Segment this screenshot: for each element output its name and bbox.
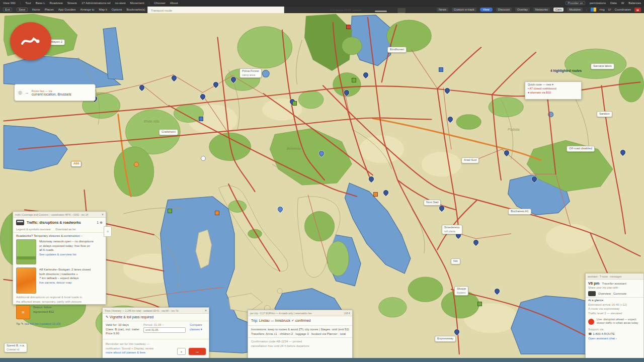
- menu-item[interactable]: 17 Administrations-rel: [82, 2, 111, 5]
- menu-item[interactable]: Provider on: [566, 1, 585, 5]
- menu-item[interactable]: Balances: [628, 2, 641, 5]
- overview-icon[interactable]: [588, 291, 596, 296]
- menu-item[interactable]: Discount: [496, 8, 512, 12]
- menu-item[interactable]: Overlay: [515, 8, 530, 12]
- menu-item[interactable]: News: [437, 8, 448, 12]
- legend-link[interactable]: Legend & symbols overview: [16, 228, 50, 231]
- map-label-subtext: toll plaza: [444, 230, 460, 233]
- map-marker-sqo[interactable]: [215, 211, 219, 215]
- menu-item[interactable]: Coordinates: [615, 8, 631, 11]
- close-icon[interactable]: ×: [205, 309, 207, 312]
- menu-group-left: ExitSaveHomePlacesApp GoodiesArrange toM…: [3, 8, 145, 12]
- legend-collapse-tab[interactable]: ≡: [104, 226, 112, 237]
- reminder-text: Reminder set for this roadway —notificat…: [106, 342, 174, 355]
- menu-item[interactable]: U!: [608, 8, 611, 11]
- alternate-route-link[interactable]: ● alternate via B10: [528, 91, 579, 95]
- menu-item[interactable]: Chooser: [154, 2, 166, 5]
- menu-item[interactable]: W: [621, 2, 624, 5]
- quick-route-select[interactable]: Quick route — new ▾: [528, 83, 579, 87]
- map-marker-sqb[interactable]: [199, 117, 203, 121]
- full-list-link[interactable]: see full list (updated 10:23): [24, 322, 60, 325]
- panel-title-text: mob | Coverage and Customs – coordinates…: [15, 213, 88, 216]
- menu-item[interactable]: Tour: [25, 2, 31, 5]
- map-marker-sqg[interactable]: [352, 78, 356, 82]
- route-search-box[interactable]: ◎ → Route fast — via current location, B…: [14, 84, 96, 101]
- menu-item[interactable]: View: [480, 8, 493, 12]
- alert-text: Live: disruption ahead — expect slower t…: [597, 318, 641, 325]
- drag-handle[interactable]: [375, 11, 387, 12]
- text-line: Traffic level 3 — elevated: [588, 311, 641, 316]
- map-marker-sqg[interactable]: [477, 302, 482, 306]
- map-label: Smederevotoll plaza: [442, 225, 462, 234]
- map-marker-sqg[interactable]: [168, 209, 172, 213]
- menu-item[interactable]: permissions: [590, 2, 606, 5]
- add-icon[interactable]: ⊕: [100, 221, 103, 224]
- confirm-route-button[interactable]: →: [189, 348, 206, 355]
- menu-item[interactable]: Cars: [553, 8, 564, 12]
- classes-select[interactable]: classes ▾: [190, 327, 202, 332]
- legend-entry: Motorway network open – no disruptionsor…: [13, 238, 106, 266]
- menu-item[interactable]: About: [170, 2, 178, 5]
- legend-links: Legend & symbols overviewDownload as lis…: [13, 227, 106, 233]
- map-marker-sqr[interactable]: [346, 25, 351, 29]
- text-line: Additional disruptions on regional & loc…: [16, 295, 103, 300]
- toll-header: ✎ Vignette & toll pass required: [103, 314, 209, 321]
- toll-info-link[interactable]: more about toll passes & fees: [106, 350, 174, 355]
- menu-item[interactable]: Map it: [99, 8, 107, 11]
- map-label: Saratov: [597, 111, 612, 117]
- mini-tool-chip[interactable]: [397, 8, 406, 13]
- map-label-text: Bucharest A1: [511, 210, 529, 214]
- valid-until-input[interactable]: until 31.05.: [143, 327, 186, 333]
- menu-item[interactable]: Base L: [36, 2, 45, 5]
- map-marker-sqb[interactable]: [439, 67, 443, 72]
- text-line: notification: Sound + Display, renew: [106, 346, 174, 351]
- legend-entry-detour: ≡Detour: followsignposted B12: [13, 304, 106, 321]
- commute-label[interactable]: Commute: [613, 292, 626, 295]
- menu-item[interactable]: Roadview: [50, 2, 63, 5]
- issues-status-text: 1 ⟲ issues 29.03, passes: [330, 9, 361, 12]
- map-label-text: 4 highlighted routes: [550, 69, 582, 73]
- map-label: Bohemia: [285, 146, 303, 151]
- menu-item[interactable]: App Goodies: [58, 8, 76, 11]
- assistant-chat-link[interactable]: Open assistant chat ›: [588, 336, 641, 341]
- text-line: cancellation free until 24 h before depa…: [251, 344, 349, 348]
- menu-item[interactable]: ring: [600, 8, 605, 11]
- menu-item[interactable]: Movement: [130, 2, 144, 5]
- support-phone[interactable]: ☎ 1-800-4-ROUTE: [588, 332, 641, 336]
- map-marker-sqo[interactable]: [373, 192, 378, 197]
- map-marker-doto[interactable]: [134, 162, 139, 167]
- menu-item[interactable]: Data: [610, 2, 617, 5]
- map-marker-dotw[interactable]: [201, 156, 206, 161]
- menu-item[interactable]: Home: [32, 8, 40, 11]
- menu-item[interactable]: Custom e-track: [452, 8, 476, 12]
- legend-entry-link[interactable]: See updates & overview list: [39, 252, 94, 257]
- menu-item[interactable]: Places: [45, 8, 54, 11]
- menu-item[interactable]: Streets: [67, 2, 77, 5]
- menu-group-left: View 360|TourBase LRoadviewStreets17 Adm…: [3, 2, 178, 5]
- menu-item[interactable]: ⊞: [634, 8, 641, 12]
- menu-item-logo-icon[interactable]: [591, 8, 596, 12]
- menu-item[interactable]: Arrange to: [80, 8, 94, 11]
- panel-titlebar: mob | Coverage and Customs – coordinates…: [13, 212, 106, 218]
- menu-item[interactable]: no-west: [115, 2, 126, 5]
- menu-item[interactable]: Bookmarks(s): [127, 8, 145, 11]
- close-icon[interactable]: ×: [102, 213, 104, 216]
- menu-item[interactable]: Exit: [3, 8, 12, 12]
- record-route-fab[interactable]: [10, 22, 51, 60]
- legend-entry: ≡Detour: followsignposted B12: [13, 304, 106, 321]
- options-minibox[interactable]: ▾: [177, 348, 186, 355]
- legend-header: Traffic: disruptions & roadworks 1 ⊕: [13, 218, 106, 227]
- toll-side-column: Compare classes ▾: [190, 323, 202, 336]
- legend-link[interactable]: Download as list: [55, 228, 75, 231]
- map-marker-sqg[interactable]: [292, 101, 297, 106]
- menu-item[interactable]: Save: [17, 8, 28, 12]
- menu-item[interactable]: Modules: [567, 8, 583, 12]
- compare-link[interactable]: Compare: [190, 323, 202, 327]
- assistant-icon-row: Overview Commute: [586, 290, 643, 298]
- menu-item[interactable]: Networks: [533, 8, 550, 12]
- legend-entry-link[interactable]: live camera, detour map: [39, 281, 91, 285]
- menu-item[interactable]: Options: [112, 8, 122, 11]
- menu-item[interactable]: View 360: [3, 2, 16, 5]
- overview-label[interactable]: Overview: [598, 292, 611, 295]
- support-label: Support via: [588, 327, 641, 332]
